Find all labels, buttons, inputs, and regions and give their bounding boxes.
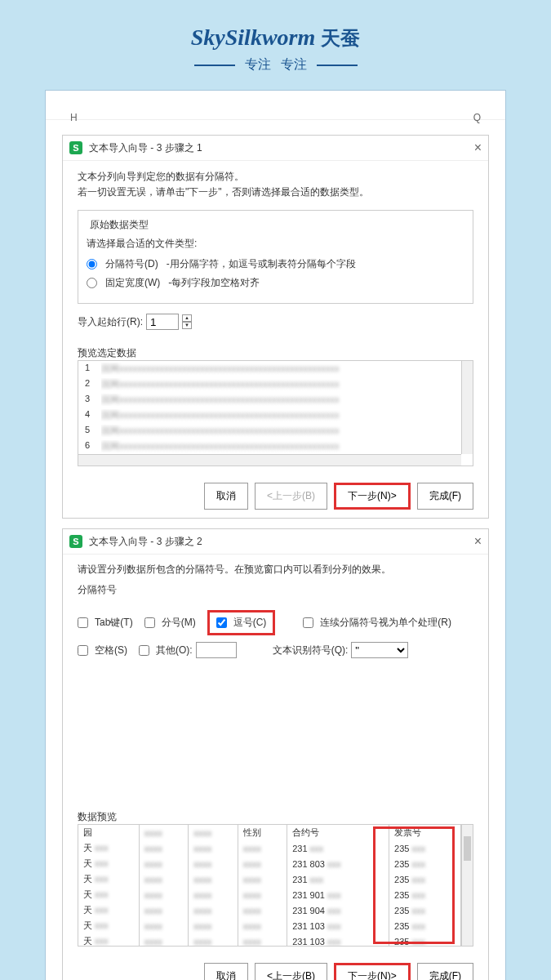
table-cell: xxxx xyxy=(238,902,287,918)
table-header-cell: xxxx xyxy=(139,825,188,840)
preview-label: 预览选定数据 xyxy=(78,346,473,360)
titlebar[interactable]: S 文本导入向导 - 3 步骤之 1 × xyxy=(63,136,488,161)
quote-label: 文本识别符号(Q): xyxy=(273,644,349,657)
checkbox-consecutive-label: 连续分隔符号视为单个处理(R) xyxy=(320,616,451,630)
dialog-title: 文本导入向导 - 3 步骤之 1 xyxy=(89,141,202,155)
close-icon[interactable]: × xyxy=(474,534,482,549)
page-header: SkySilkworm 天蚕 专注 专注 xyxy=(0,0,551,90)
table-cell: xxxx xyxy=(238,887,287,902)
datatype-fieldset: 原始数据类型 请选择最合适的文件类型: 分隔符号(D) -用分隔字符，如逗号或制… xyxy=(78,210,473,304)
table-cell: xxxx xyxy=(139,887,188,902)
tagline-1: 专注 xyxy=(245,56,271,74)
checkbox-tab[interactable] xyxy=(78,617,88,628)
finish-button[interactable]: 完成(F) xyxy=(417,483,473,510)
table-cell: xxxx xyxy=(238,856,287,871)
other-delimiter-input[interactable] xyxy=(196,642,237,658)
checkbox-space-label: 空格(S) xyxy=(95,644,127,657)
column-header-h: H xyxy=(70,112,78,123)
intro-text: 文本分列向导判定您的数据有分隔符。 若一切设置无误，请单击"下一步"，否则请选择… xyxy=(78,169,473,200)
checkbox-semicolon-label: 分号(M) xyxy=(162,616,196,630)
radio-delimited-desc: -用分隔字符，如逗号或制表符分隔每个字段 xyxy=(167,257,356,271)
spinner[interactable]: ▲ ▼ xyxy=(182,314,192,329)
delimiter-section-title: 分隔符号 xyxy=(78,583,473,597)
titlebar[interactable]: S 文本导入向导 - 3 步骤之 2 × xyxy=(63,529,488,555)
table-cell: xxxx xyxy=(139,902,188,918)
preview-row[interactable]: 2国网xxxxxxxxxxxxxxxxxxxxxxxxxxxxxxxxxxxxx… xyxy=(78,376,473,392)
line-decoration xyxy=(317,65,358,66)
table-cell: xxxx xyxy=(189,840,238,856)
table-cell: xxxx xyxy=(139,871,188,887)
quote-select[interactable]: " xyxy=(351,642,408,658)
table-cell: 天 xxx xyxy=(78,887,139,902)
preview-row[interactable]: 1国网xxxxxxxxxxxxxxxxxxxxxxxxxxxxxxxxxxxxx… xyxy=(78,361,473,376)
close-icon[interactable]: × xyxy=(474,140,482,155)
scrollbar-horizontal[interactable] xyxy=(78,454,461,466)
fieldset-legend: 原始数据类型 xyxy=(87,218,152,232)
preview-label: 数据预览 xyxy=(78,810,473,824)
preview-row[interactable]: 3国网xxxxxxxxxxxxxxxxxxxxxxxxxxxxxxxxxxxxx… xyxy=(78,392,473,408)
radio-delimited[interactable] xyxy=(87,259,97,270)
line-decoration xyxy=(194,65,235,66)
scrollbar-vertical[interactable] xyxy=(461,361,473,454)
table-cell: xxxx xyxy=(189,918,238,933)
scroll-thumb[interactable] xyxy=(464,836,471,861)
import-row-label: 导入起始行(R): xyxy=(78,315,143,329)
checkbox-semicolon[interactable] xyxy=(144,617,155,628)
app-icon: S xyxy=(69,535,82,548)
wizard-dialog-step1: S 文本导入向导 - 3 步骤之 1 × 文本分列向导判定您的数据有分隔符。 若… xyxy=(62,135,489,519)
prev-button: <上一步(B) xyxy=(255,483,327,510)
cancel-button[interactable]: 取消 xyxy=(204,483,248,510)
table-cell: xxxx xyxy=(189,933,238,947)
table-cell: xxxx xyxy=(189,871,238,887)
table-cell: 天 xxx xyxy=(78,840,139,856)
button-row: 取消 <上一步(B) 下一步(N)> 完成(F) xyxy=(63,474,488,518)
radio-fixed-desc: -每列字段加空格对齐 xyxy=(168,276,260,290)
intro-line1: 文本分列向导判定您的数据有分隔符。 xyxy=(78,169,473,185)
prev-button[interactable]: <上一步(B) xyxy=(255,963,327,980)
checkbox-consecutive[interactable] xyxy=(303,617,313,628)
brand-logo: SkySilkworm 天蚕 xyxy=(0,24,551,51)
spinner-up-icon[interactable]: ▲ xyxy=(182,314,192,322)
table-cell: xxxx xyxy=(238,933,287,947)
radio-fixed-label: 固定宽度(W) xyxy=(105,276,160,290)
next-button[interactable]: 下一步(N)> xyxy=(334,483,411,510)
checkbox-other-label: 其他(O): xyxy=(156,644,193,657)
preview-table[interactable]: 园xxxxxxxx性别合约号发票号天 xxxxxxxxxxxxxxx231 xx… xyxy=(78,824,473,947)
radio-delimited-label: 分隔符号(D) xyxy=(105,257,158,271)
cancel-button[interactable]: 取消 xyxy=(204,963,248,980)
highlight-invoice-column xyxy=(373,826,455,944)
table-cell: xxxx xyxy=(189,887,238,902)
table-cell: 天 xxx xyxy=(78,918,139,933)
table-cell: xxxx xyxy=(139,856,188,871)
next-button[interactable]: 下一步(N)> xyxy=(334,963,411,980)
wizard-dialog-step2: S 文本导入向导 - 3 步骤之 2 × 请设置分列数据所包含的分隔符号。在预览… xyxy=(62,528,489,980)
brand-en: SkySilkworm xyxy=(191,24,315,50)
content-panel: H Q S 文本导入向导 - 3 步骤之 1 × 文本分列向导判定您的数据有分隔… xyxy=(45,90,506,980)
scrollbar-vertical[interactable] xyxy=(461,825,473,946)
table-cell: xxxx xyxy=(238,840,287,856)
spinner-down-icon[interactable]: ▼ xyxy=(182,322,192,329)
finish-button[interactable]: 完成(F) xyxy=(417,963,473,980)
tagline-2: 专注 xyxy=(281,56,307,74)
checkbox-comma[interactable] xyxy=(216,617,227,628)
preview-row[interactable]: 4国网xxxxxxxxxxxxxxxxxxxxxxxxxxxxxxxxxxxxx… xyxy=(78,408,473,423)
preview-list[interactable]: 1国网xxxxxxxxxxxxxxxxxxxxxxxxxxxxxxxxxxxxx… xyxy=(78,360,473,466)
dialog-title: 文本导入向导 - 3 步骤之 2 xyxy=(89,535,202,549)
radio-fixed[interactable] xyxy=(87,278,97,288)
button-row: 取消 <上一步(B) 下一步(N)> 完成(F) xyxy=(63,955,488,980)
checkbox-tab-label: Tab键(T) xyxy=(95,616,133,630)
table-cell: xxxx xyxy=(238,871,287,887)
column-header-q: Q xyxy=(473,112,481,123)
tagline: 专注 专注 xyxy=(0,56,551,74)
checkbox-other[interactable] xyxy=(139,645,149,656)
table-cell: 天 xxx xyxy=(78,871,139,887)
checkbox-space[interactable] xyxy=(78,645,88,656)
table-cell: 天 xxx xyxy=(78,902,139,918)
table-header-cell: xxxx xyxy=(189,825,238,840)
intro-text: 请设置分列数据所包含的分隔符号。在预览窗口内可以看到分列的效果。 xyxy=(78,563,473,577)
preview-row[interactable]: 6国网xxxxxxxxxxxxxxxxxxxxxxxxxxxxxxxxxxxxx… xyxy=(78,439,473,454)
intro-line2: 若一切设置无误，请单击"下一步"，否则请选择最合适的数据类型。 xyxy=(78,185,473,200)
table-cell: xxxx xyxy=(238,918,287,933)
preview-row[interactable]: 5国网xxxxxxxxxxxxxxxxxxxxxxxxxxxxxxxxxxxxx… xyxy=(78,423,473,439)
import-row-input[interactable] xyxy=(146,314,179,330)
